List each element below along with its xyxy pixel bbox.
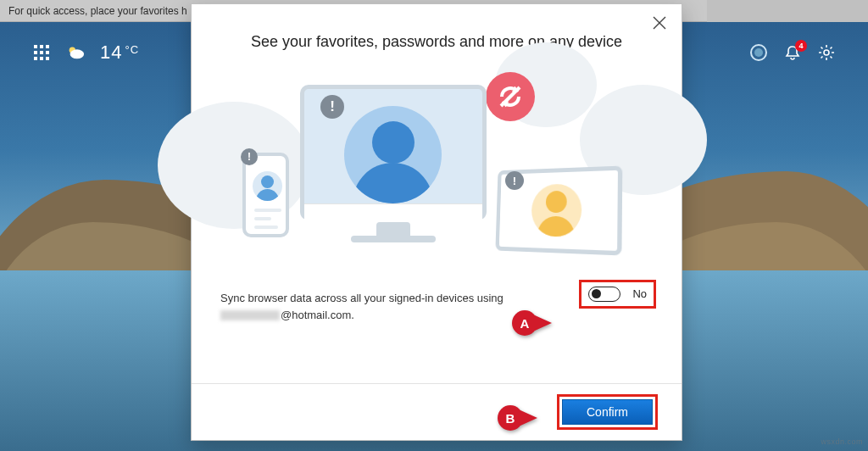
notifications-bell-icon[interactable]: 4 [783,43,802,62]
temperature-readout[interactable]: 14°C [100,42,139,64]
watermark-text: wsxdn.com [821,437,863,446]
weather-icon[interactable] [66,43,85,62]
alert-badge-icon: ! [505,171,524,190]
sync-description-row: Sync browser data across all your signed… [192,271,682,323]
svg-rect-7 [40,57,43,60]
callout-arrow-a: A [512,310,552,336]
svg-rect-8 [46,57,49,60]
sync-description-text: Sync browser data across all your signed… [220,292,504,304]
alert-badge-icon: ! [241,148,258,165]
callout-arrow-b: B [498,405,537,431]
apps-grid-icon[interactable] [32,43,51,62]
svg-rect-4 [40,51,43,54]
svg-rect-0 [34,45,37,48]
notification-badge: 4 [795,40,807,52]
svg-rect-6 [34,57,37,60]
annotation-frame-a: No [579,280,656,309]
svg-point-12 [754,48,763,57]
avatar-graphic [344,106,442,203]
temperature-unit: °C [125,43,139,56]
dialog-footer: Confirm [192,383,682,440]
no-sync-icon [486,72,535,121]
svg-point-13 [824,50,829,55]
confirm-button[interactable]: Confirm [562,399,653,425]
svg-point-10 [70,49,85,58]
monitor-base [351,236,436,242]
sync-toggle-label: No [632,286,647,303]
svg-rect-5 [46,51,49,54]
dialog-close-button[interactable] [651,14,668,31]
settings-gear-icon[interactable] [817,43,836,62]
avatar-graphic [531,183,581,237]
profile-ring-icon[interactable] [749,43,768,62]
redacted-email-local [220,310,280,320]
dialog-title: See your favorites, passwords and more o… [192,33,682,51]
callout-label: A [512,310,537,336]
sync-illustration: ! ! ! [192,59,682,271]
callout-label: B [498,405,523,431]
temperature-value: 14 [100,42,122,63]
phone-graphic [242,153,289,237]
svg-rect-1 [40,45,43,48]
email-domain-text: @hotmail.com. [281,309,354,321]
avatar-graphic [253,171,282,201]
sync-setup-dialog: See your favorites, passwords and more o… [191,3,682,441]
alert-badge-icon: ! [320,95,344,119]
svg-rect-3 [34,51,37,54]
sync-toggle[interactable] [588,287,620,302]
annotation-frame-b: Confirm [557,394,658,430]
svg-rect-2 [46,45,49,48]
